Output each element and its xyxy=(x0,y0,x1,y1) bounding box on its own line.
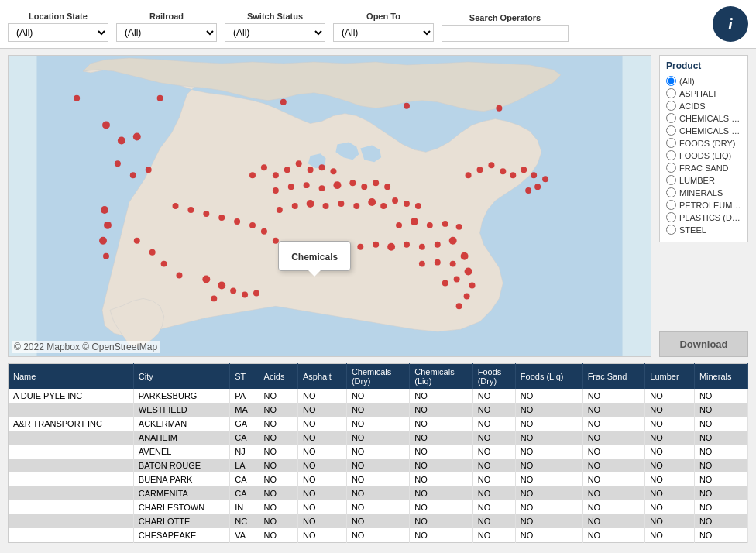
table-cell-10: NO xyxy=(645,500,695,514)
col-st: ST xyxy=(230,364,259,390)
table-cell-6: NO xyxy=(410,500,472,514)
product-radio-item[interactable]: PLASTICS (DRY) xyxy=(666,212,741,222)
table-cell-5: NO xyxy=(346,486,409,500)
svg-point-75 xyxy=(542,176,548,182)
table-cell-6: NO xyxy=(410,417,472,431)
product-radio-item[interactable]: MINERALS xyxy=(666,187,741,198)
product-radio-input[interactable] xyxy=(666,88,676,98)
product-radio-item[interactable]: FRAC SAND xyxy=(666,163,741,173)
product-radio-item[interactable]: FOODS (LIQ) xyxy=(666,150,741,160)
product-radio-input[interactable] xyxy=(666,125,676,136)
sidebar: Product (All)ASPHALTACIDSCHEMICALS (D...… xyxy=(659,55,748,357)
table-cell-5: NO xyxy=(346,500,409,514)
product-radio-item[interactable]: (All) xyxy=(666,76,741,86)
table-header-row: Name City ST Acids Asphalt Chemicals(Dry… xyxy=(9,364,748,390)
col-name: Name xyxy=(9,364,134,390)
location-state-select[interactable]: (All) xyxy=(8,23,108,42)
product-radio-item[interactable]: STEEL xyxy=(666,225,741,235)
table-cell-3: NO xyxy=(259,417,297,431)
table-cell-8: NO xyxy=(515,486,582,500)
table-cell-0 xyxy=(9,528,134,543)
product-radio-input[interactable] xyxy=(666,163,676,173)
svg-point-2 xyxy=(118,136,125,144)
open-to-select[interactable]: (All) xyxy=(333,23,434,42)
table-cell-4: NO xyxy=(298,445,347,459)
table-cell-7: NO xyxy=(472,500,515,514)
product-radio-input[interactable] xyxy=(666,175,676,185)
switch-status-label: Switch Status xyxy=(225,12,325,21)
table-cell-11: NO xyxy=(694,486,747,500)
table-cell-1: CHARLOTTE xyxy=(133,514,229,528)
svg-point-62 xyxy=(450,261,456,267)
svg-point-42 xyxy=(338,201,344,207)
info-button[interactable]: i xyxy=(713,6,748,42)
product-radio-item[interactable]: CHEMICALS (D... xyxy=(666,113,741,123)
search-operators-input[interactable] xyxy=(442,25,569,42)
table-cell-6: NO xyxy=(410,403,472,417)
svg-point-23 xyxy=(273,172,279,178)
product-radio-item[interactable]: LUMBER xyxy=(666,175,741,185)
svg-point-80 xyxy=(203,211,209,217)
svg-point-34 xyxy=(349,180,356,186)
svg-point-61 xyxy=(461,252,469,260)
table-cell-10: NO xyxy=(645,417,695,431)
product-radio-input[interactable] xyxy=(666,200,676,210)
table-cell-6: NO xyxy=(410,445,472,459)
svg-point-84 xyxy=(261,228,267,235)
table-row: BATON ROUGELANONONONONONONONONO xyxy=(9,459,748,472)
table-cell-2: CA xyxy=(230,431,259,445)
product-radio-item[interactable]: PETROLEUM P... xyxy=(666,200,741,210)
svg-point-65 xyxy=(465,268,472,276)
table-cell-1: AVENEL xyxy=(133,445,229,459)
product-radio-input[interactable] xyxy=(666,101,676,111)
svg-point-3 xyxy=(133,132,141,140)
svg-point-55 xyxy=(435,242,441,248)
product-radio-label: CHEMICALS (D... xyxy=(679,114,741,123)
product-radio-input[interactable] xyxy=(666,76,676,86)
table-cell-10: NO xyxy=(645,431,695,445)
table-cell-10: NO xyxy=(645,486,695,500)
table-cell-11: NO xyxy=(694,445,747,459)
product-radio-input[interactable] xyxy=(666,150,676,160)
table-cell-4: NO xyxy=(298,514,347,528)
table-cell-2: GA xyxy=(230,417,259,431)
table-cell-8: NO xyxy=(515,389,582,403)
svg-point-20 xyxy=(211,295,217,301)
product-radio-input[interactable] xyxy=(666,138,676,148)
svg-point-5 xyxy=(130,172,136,178)
svg-point-25 xyxy=(296,160,302,167)
col-foods-dry: Foods(Dry) xyxy=(472,364,515,390)
product-radio-item[interactable]: CHEMICALS (Li... xyxy=(666,125,741,136)
switch-status-select[interactable]: (All) xyxy=(225,23,325,42)
railroad-select[interactable]: (All) xyxy=(116,23,217,42)
svg-point-71 xyxy=(500,168,506,174)
table-cell-4: NO xyxy=(298,528,347,543)
col-acids: Acids xyxy=(259,364,297,390)
data-table: Name City ST Acids Asphalt Chemicals(Dry… xyxy=(8,363,748,543)
table-cell-4: NO xyxy=(298,459,347,472)
svg-point-54 xyxy=(449,237,457,245)
product-radio-input[interactable] xyxy=(666,187,676,198)
svg-point-9 xyxy=(99,237,107,245)
table-cell-6: NO xyxy=(410,459,472,472)
download-button[interactable]: Download xyxy=(659,331,748,357)
table-cell-11: NO xyxy=(694,389,747,403)
table-cell-7: NO xyxy=(472,389,515,403)
product-radio-input[interactable] xyxy=(666,225,676,235)
table-cell-9: NO xyxy=(582,514,645,528)
svg-point-67 xyxy=(442,280,448,287)
table-row: CARMENITACANONONONONONONONONO xyxy=(9,486,748,500)
svg-point-50 xyxy=(411,218,418,225)
table-cell-4: NO xyxy=(298,486,347,500)
table-cell-0 xyxy=(9,514,134,528)
product-radio-input[interactable] xyxy=(666,113,676,123)
product-radio-item[interactable]: FOODS (DRY) xyxy=(666,138,741,148)
table-cell-3: NO xyxy=(259,403,297,417)
table-cell-9: NO xyxy=(582,431,645,445)
product-radio-item[interactable]: ACIDS xyxy=(666,101,741,111)
svg-point-81 xyxy=(218,215,225,221)
product-radio-input[interactable] xyxy=(666,212,676,222)
map-container[interactable]: Chemicals © 2022 Mapbox © OpenStreetMap xyxy=(8,55,651,357)
product-radio-item[interactable]: ASPHALT xyxy=(666,88,741,98)
table-cell-8: NO xyxy=(515,459,582,472)
